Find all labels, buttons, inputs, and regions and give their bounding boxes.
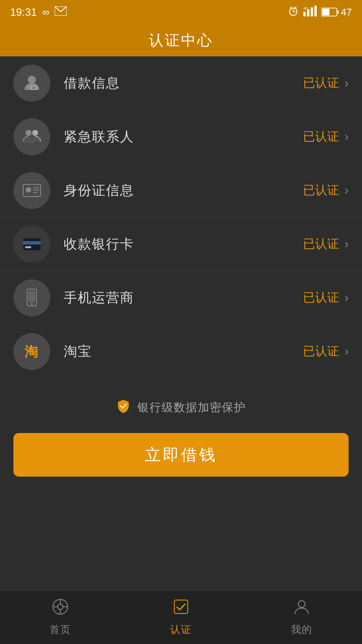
shield-icon	[116, 398, 131, 416]
taobao-icon-circle: 淘	[13, 333, 50, 370]
security-notice: 银行级数据加密保护	[0, 378, 362, 433]
status-right: 4G 47	[288, 6, 352, 19]
svg-point-42	[298, 601, 305, 607]
emergency-contact-label: 紧急联系人	[64, 127, 303, 146]
bank-card-icon-circle	[13, 226, 50, 263]
svg-rect-9	[314, 6, 317, 16]
id-card-chevron: ›	[345, 183, 349, 198]
svg-rect-30	[25, 246, 31, 248]
page-header: 认证中心	[0, 24, 362, 56]
svg-rect-12	[322, 9, 329, 15]
svg-rect-13	[337, 10, 339, 14]
id-card-status: 已认证	[303, 182, 339, 199]
nav-item-home[interactable]: 首页	[0, 598, 121, 637]
svg-line-5	[295, 7, 296, 8]
mobile-carrier-icon-circle	[13, 279, 50, 316]
alarm-icon	[288, 6, 299, 19]
auth-nav-icon	[172, 598, 190, 620]
loan-info-label: 借款信息	[64, 74, 303, 92]
taobao-status: 已认证	[303, 343, 339, 360]
list-item-bank-card[interactable]: 收款银行卡 已认证 ›	[0, 217, 362, 271]
svg-rect-6	[303, 12, 306, 16]
cta-container: 立即借钱	[0, 433, 362, 477]
mobile-carrier-status: 已认证	[303, 289, 339, 306]
svg-rect-15	[31, 85, 37, 90]
emergency-contact-status: 已认证	[303, 128, 339, 145]
svg-point-14	[28, 76, 36, 84]
loan-info-status: 已认证	[303, 75, 339, 91]
taobao-chevron: ›	[345, 344, 349, 359]
emergency-contact-chevron: ›	[345, 130, 349, 144]
battery-level: 47	[341, 6, 352, 18]
mail-icon	[55, 6, 67, 18]
bank-card-label: 收款银行卡	[64, 235, 303, 253]
status-left: 19:31 ∞	[10, 6, 67, 18]
battery-icon: 47	[321, 6, 352, 18]
list-item-emergency-contact[interactable]: 紧急联系人 已认证 ›	[0, 110, 362, 164]
auth-list: 借款信息 已认证 › 紧急联系人 已认证 ›	[0, 56, 362, 378]
emergency-contact-icon-circle	[13, 118, 50, 155]
page-title: 认证中心	[149, 31, 213, 50]
svg-point-33	[31, 303, 33, 305]
svg-rect-32	[28, 291, 35, 302]
list-item-id-card[interactable]: 身份证信息 已认证 ›	[0, 164, 362, 217]
list-item-loan-info[interactable]: 借款信息 已认证 ›	[0, 56, 362, 110]
svg-point-36	[58, 604, 63, 609]
bottom-nav: 首页 认证 我的	[0, 590, 362, 644]
nav-item-auth[interactable]: 认证	[121, 598, 241, 637]
home-nav-label: 首页	[50, 623, 71, 637]
security-text: 银行级数据加密保护	[137, 400, 246, 415]
svg-line-4	[290, 7, 292, 8]
status-bar: 19:31 ∞	[0, 0, 362, 24]
id-card-label: 身份证信息	[64, 181, 303, 200]
id-card-icon-circle	[13, 172, 50, 209]
svg-rect-8	[311, 7, 313, 16]
time-display: 19:31	[10, 6, 37, 18]
mine-nav-icon	[293, 598, 310, 620]
svg-point-19	[32, 130, 38, 136]
loan-info-chevron: ›	[345, 76, 349, 90]
svg-point-24	[26, 187, 31, 193]
signal-icon: 4G	[303, 6, 317, 19]
auth-nav-label: 认证	[170, 623, 192, 637]
bank-card-chevron: ›	[345, 237, 349, 251]
loan-info-icon-circle	[13, 65, 50, 102]
list-item-taobao[interactable]: 淘 淘宝 已认证 ›	[0, 325, 362, 378]
infinity-icon: ∞	[42, 6, 49, 18]
svg-rect-7	[307, 9, 309, 16]
nav-item-mine[interactable]: 我的	[241, 598, 362, 637]
bank-card-status: 已认证	[303, 236, 339, 252]
svg-point-18	[25, 130, 32, 136]
mobile-carrier-chevron: ›	[345, 291, 349, 305]
mobile-carrier-label: 手机运营商	[64, 288, 303, 307]
svg-text:4G: 4G	[303, 6, 308, 10]
home-nav-icon	[52, 598, 69, 620]
taobao-label: 淘宝	[64, 342, 303, 361]
svg-rect-29	[23, 241, 41, 245]
mine-nav-label: 我的	[291, 623, 312, 637]
svg-rect-41	[174, 600, 188, 613]
borrow-now-button[interactable]: 立即借钱	[13, 433, 349, 477]
list-item-mobile-carrier[interactable]: 手机运营商 已认证 ›	[0, 271, 362, 325]
svg-text:淘: 淘	[24, 344, 38, 359]
